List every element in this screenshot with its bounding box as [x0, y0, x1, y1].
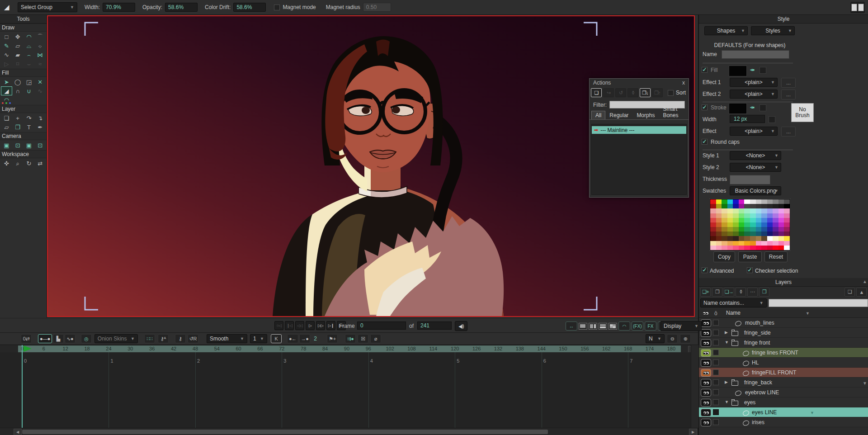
palette-swatch[interactable]: [784, 204, 790, 208]
palette-swatch[interactable]: [767, 208, 773, 213]
eyedropper-icon[interactable]: ✒: [750, 104, 755, 111]
palette-swatch[interactable]: [761, 208, 767, 213]
palette-swatch[interactable]: [750, 232, 756, 236]
palette-swatch[interactable]: [716, 199, 722, 204]
palette-swatch[interactable]: [778, 222, 784, 227]
sort-column-icon[interactable]: ▼: [806, 311, 810, 316]
palette-swatch[interactable]: [744, 246, 750, 250]
fill-checkbox[interactable]: [702, 67, 708, 73]
palette-swatch[interactable]: [744, 222, 750, 227]
palette-swatch[interactable]: [710, 222, 716, 227]
palette-swatch[interactable]: [767, 241, 773, 246]
palette-swatch[interactable]: [716, 213, 722, 218]
paste-button[interactable]: Paste: [738, 251, 762, 262]
step-forward-button[interactable]: ▷▷: [316, 321, 325, 330]
palette-swatch[interactable]: [733, 227, 739, 232]
palette-swatch[interactable]: [710, 199, 716, 204]
palette-swatch[interactable]: [727, 222, 733, 227]
palette-swatch[interactable]: [733, 222, 739, 227]
view-split-vertical-icon[interactable]: [589, 323, 597, 330]
layer-visibility-toggle[interactable]: [701, 339, 711, 347]
cycle-count-value[interactable]: 2: [312, 336, 319, 342]
name-contains-dropdown[interactable]: Name contains... ▼: [700, 298, 767, 307]
palette-swatch[interactable]: [756, 204, 762, 208]
new-action-button[interactable]: ❏: [591, 88, 602, 97]
effect2-dropdown[interactable]: <plain>▼: [730, 90, 778, 99]
palette-swatch[interactable]: [750, 236, 756, 241]
palette-swatch[interactable]: [744, 227, 750, 232]
layer-visibility-toggle[interactable]: [701, 389, 711, 397]
actions-tab-regular[interactable]: Regular: [605, 111, 632, 119]
palette-swatch[interactable]: [773, 232, 778, 236]
palette-swatch[interactable]: [733, 199, 739, 204]
palette-swatch[interactable]: [778, 213, 784, 218]
layer-checkbox[interactable]: [713, 389, 719, 395]
shear-layer-tool[interactable]: ▱: [1, 123, 12, 132]
palette-swatch[interactable]: [744, 199, 750, 204]
palette-swatch[interactable]: [710, 232, 716, 236]
palette-swatch[interactable]: [784, 208, 790, 213]
palette-swatch[interactable]: [784, 199, 790, 204]
palette-swatch[interactable]: [716, 218, 722, 222]
consolidate-channels-icon[interactable]: ⇉●: [345, 334, 356, 343]
palette-swatch[interactable]: [739, 204, 745, 208]
layer-visibility-toggle[interactable]: [701, 359, 711, 367]
palette-swatch[interactable]: [739, 232, 745, 236]
dot-grid-icon[interactable]: ∷∷: [144, 334, 155, 343]
magnet-radius-input[interactable]: 0.50: [363, 3, 391, 12]
magnet-mode-checkbox[interactable]: [274, 5, 280, 10]
reset-frame-button[interactable]: 0⇄: [21, 334, 32, 343]
paint-bucket-tool[interactable]: ◲: [24, 77, 35, 86]
delete-edge-tool[interactable]: ⌓: [24, 41, 35, 50]
palette-swatch[interactable]: [773, 241, 778, 246]
playhead-marker-icon[interactable]: [24, 345, 32, 352]
width-extra-swatch[interactable]: [769, 116, 775, 123]
palette-swatch[interactable]: [727, 218, 733, 222]
palette-swatch[interactable]: [750, 218, 756, 222]
palette-swatch[interactable]: [756, 199, 762, 204]
detach-panel-button[interactable]: ❏: [844, 288, 855, 297]
timeline-horizontal-scrollbar[interactable]: ◀ ▶: [0, 428, 698, 435]
freehand-tool[interactable]: ✎: [1, 41, 12, 50]
layer-visibility-toggle[interactable]: [701, 329, 711, 337]
layer-checkbox[interactable]: [713, 340, 719, 345]
follow-path-tool[interactable]: ↴: [34, 113, 46, 123]
palette-swatch[interactable]: [722, 218, 727, 222]
palette-swatch[interactable]: [716, 222, 722, 227]
translate-points-tool[interactable]: ✥: [12, 32, 24, 41]
layer-row[interactable]: ▶fringe_back: [699, 378, 868, 388]
palette-swatch[interactable]: [710, 204, 716, 208]
palette-swatch[interactable]: [778, 236, 784, 241]
palette-swatch[interactable]: [727, 208, 733, 213]
stroke-effect-dropdown[interactable]: <plain>▼: [730, 127, 778, 136]
stroke-extra-swatch[interactable]: [760, 104, 766, 111]
timeline-channels[interactable]: 01234567: [0, 352, 691, 428]
palette-swatch[interactable]: [756, 222, 762, 227]
n-dropdown[interactable]: N▼: [646, 334, 665, 343]
palette-swatch[interactable]: [784, 241, 790, 246]
layers-scroll-up-icon[interactable]: ▲: [863, 279, 867, 284]
scroll-left-icon[interactable]: ◀: [14, 429, 22, 435]
palette-swatch[interactable]: [784, 213, 790, 218]
palette-swatch[interactable]: [773, 213, 778, 218]
palette-swatch[interactable]: [773, 222, 778, 227]
line-width-tool[interactable]: ◢: [1, 86, 12, 95]
palette-swatch[interactable]: [767, 199, 773, 204]
palette-swatch[interactable]: [767, 232, 773, 236]
palette-swatch[interactable]: [710, 208, 716, 213]
palette-swatch[interactable]: [778, 241, 784, 246]
palette-swatch[interactable]: [773, 227, 778, 232]
palette-swatch[interactable]: [733, 241, 739, 246]
blob-brush-tool[interactable]: ▱: [12, 41, 24, 50]
stroke-checkbox[interactable]: [702, 104, 708, 110]
palette-swatch[interactable]: [733, 232, 739, 236]
palette-swatch[interactable]: [784, 222, 790, 227]
palette-swatch[interactable]: [710, 227, 716, 232]
palette-swatch[interactable]: [722, 222, 727, 227]
layer-row[interactable]: fringe lines FRONT: [699, 348, 868, 358]
palette-swatch[interactable]: [744, 232, 750, 236]
more-options-button[interactable]: ⋯: [747, 288, 758, 297]
actions-tab-all[interactable]: All: [591, 111, 605, 119]
onion-rings-icon[interactable]: ◎: [81, 334, 92, 343]
palette-swatch[interactable]: [767, 218, 773, 222]
